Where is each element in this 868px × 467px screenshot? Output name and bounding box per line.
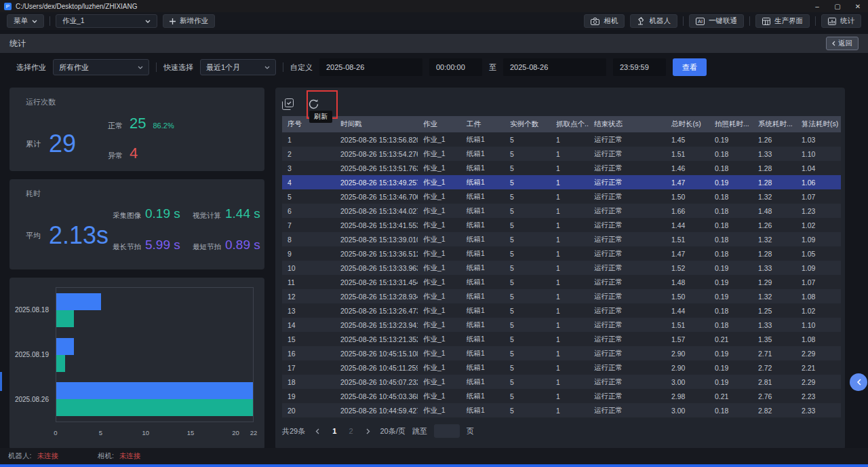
table-row[interactable]: 82025-08-26 15:13:39.010作业_1纸箱151运行正常1.5… <box>282 232 841 246</box>
table-row[interactable]: 112025-08-26 15:13:31.454作业_1纸箱151运行正常1.… <box>282 275 841 289</box>
one-key-connect-button[interactable]: AI 一键联通 <box>689 14 744 28</box>
table-row[interactable]: 12025-08-26 15:13:56.820作业_1纸箱151运行正常1.4… <box>282 132 841 147</box>
table-cell: 纸箱1 <box>461 218 505 232</box>
page-number-1[interactable]: 1 <box>330 427 339 435</box>
close-button[interactable]: ✕ <box>848 0 868 12</box>
table-row[interactable]: 182025-08-26 10:45:07.232作业_1纸箱151运行正常3.… <box>282 375 841 389</box>
table-row[interactable]: 192025-08-26 10:45:03.368作业_1纸箱151运行正常2.… <box>282 389 841 403</box>
table-row[interactable]: 72025-08-26 15:13:41.553作业_1纸箱151运行正常1.4… <box>282 218 841 232</box>
table-row[interactable]: 22025-08-26 15:13:54.276作业_1纸箱151运行正常1.5… <box>282 147 841 161</box>
main-content: 运行次数 累计 29 正常 25 86.2% 异常 4 <box>0 81 868 449</box>
multi-select-icon[interactable] <box>282 98 294 111</box>
refresh-icon[interactable] <box>308 98 320 111</box>
minimize-button[interactable]: – <box>807 0 827 12</box>
table-cell: 5 <box>505 175 551 189</box>
table-cell: 1.51 <box>666 147 709 161</box>
table-cell: 2025-08-26 10:45:15.108 <box>335 346 418 360</box>
table-cell: 1.06 <box>796 175 841 189</box>
table-cell: 1 <box>551 161 589 175</box>
table-row[interactable]: 162025-08-26 10:45:15.108作业_1纸箱151运行正常2.… <box>282 346 841 360</box>
table-cell: 4 <box>282 175 335 189</box>
production-view-button[interactable]: 生产界面 <box>755 14 810 28</box>
table-row[interactable]: 62025-08-26 15:13:44.027作业_1纸箱151运行正常1.6… <box>282 204 841 218</box>
table-row[interactable]: 132025-08-26 15:13:26.473作业_1纸箱151运行正常1.… <box>282 303 841 318</box>
capture-value: 0.19 s <box>145 206 180 221</box>
table-row[interactable]: 92025-08-26 15:13:36.512作业_1纸箱151运行正常1.4… <box>282 246 841 261</box>
table-row[interactable]: 142025-08-26 15:13:23.941作业_1纸箱151运行正常1.… <box>282 318 841 332</box>
end-time-input[interactable] <box>613 58 666 76</box>
table-cell: 2025-08-26 15:13:33.963 <box>335 261 418 275</box>
total-label: 累计 <box>26 139 41 149</box>
jump-page-input[interactable] <box>434 424 460 438</box>
job-filter-select[interactable]: 所有作业 <box>53 59 149 75</box>
window-title: C:/Users/dex/Desktop/luzhen/ZHIXIANG <box>16 3 138 10</box>
table-cell: 2.29 <box>796 375 841 389</box>
view-button[interactable]: 查看 <box>673 58 707 76</box>
table-cell: 2025-08-26 10:45:11.259 <box>335 360 418 375</box>
add-job-button[interactable]: 新增作业 <box>163 14 215 28</box>
table-cell: 纸箱1 <box>461 389 505 403</box>
quick-select[interactable]: 最近1个月 <box>200 59 276 75</box>
table-row[interactable]: 172025-08-26 10:45:11.259作业_1纸箱151运行正常2.… <box>282 360 841 375</box>
drawer-toggle-button[interactable] <box>850 373 867 391</box>
table-cell: 5 <box>505 346 551 360</box>
menu-dropdown[interactable]: 菜单 <box>7 14 44 28</box>
table-cell: 1.51 <box>666 232 709 246</box>
table-row[interactable]: 102025-08-26 15:13:33.963作业_1纸箱151运行正常1.… <box>282 261 841 275</box>
table-cell: 2.82 <box>753 403 796 417</box>
chart-bar-group <box>56 377 253 422</box>
robot-button[interactable]: 机器人 <box>630 14 677 28</box>
table-cell: 纸箱1 <box>461 132 505 147</box>
production-view-label: 生产界面 <box>774 16 803 26</box>
table-cell: 14 <box>282 318 335 332</box>
table-row[interactable]: 52025-08-26 15:13:46.706作业_1纸箱151运行正常1.5… <box>282 189 841 204</box>
job-select[interactable]: 作业_1 <box>56 14 157 28</box>
normal-label: 正常 <box>108 121 123 131</box>
column-header: 作业 <box>418 116 461 132</box>
table-row[interactable]: 152025-08-26 15:13:21.352作业_1纸箱151运行正常1.… <box>282 332 841 346</box>
table-cell: 2025-08-26 15:13:51.763 <box>335 161 418 175</box>
page-number-2[interactable]: 2 <box>346 427 355 435</box>
table-cell: 5 <box>505 403 551 417</box>
run-count-title: 运行次数 <box>9 88 264 107</box>
table-cell: 作业_1 <box>418 346 461 360</box>
back-button[interactable]: 返回 <box>826 37 859 50</box>
table-cell: 运行正常 <box>589 189 666 204</box>
table-cell: 2.29 <box>796 346 841 360</box>
table-cell: 0.18 <box>709 204 753 218</box>
divider <box>815 16 816 26</box>
table-cell: 1.08 <box>796 289 841 303</box>
left-edge-indicator <box>0 372 2 391</box>
table-cell: 17 <box>282 360 335 375</box>
table-row[interactable]: 202025-08-26 10:44:59.427作业_1纸箱151运行正常3.… <box>282 403 841 417</box>
table-cell: 1.04 <box>796 161 841 175</box>
table-row[interactable]: 32025-08-26 15:13:51.763作业_1纸箱151运行正常1.4… <box>282 161 841 175</box>
table-cell: 1 <box>551 189 589 204</box>
table-cell: 作业_1 <box>418 360 461 375</box>
column-header: 时间戳 <box>335 116 418 132</box>
table-cell: 运行正常 <box>589 303 666 318</box>
start-time-input[interactable] <box>429 58 482 76</box>
start-date-input[interactable] <box>319 58 422 76</box>
table-cell: 8 <box>282 232 335 246</box>
table-cell: 1.32 <box>753 189 796 204</box>
end-date-input[interactable] <box>503 58 606 76</box>
bar-chart-icon <box>828 18 836 25</box>
chart-bar-group <box>56 288 253 333</box>
camera-button[interactable]: 相机 <box>584 14 625 28</box>
table-cell: 作业_1 <box>418 403 461 417</box>
add-job-label: 新增作业 <box>180 16 208 26</box>
table-cell: 0.18 <box>709 303 753 318</box>
table-cell: 纸箱1 <box>461 289 505 303</box>
next-page-button[interactable] <box>363 426 374 436</box>
custom-range-label: 自定义 <box>290 62 313 73</box>
table-row[interactable]: 122025-08-26 15:13:28.934作业_1纸箱151运行正常1.… <box>282 289 841 303</box>
table-cell: 1.47 <box>666 246 709 261</box>
maximize-button[interactable]: ▢ <box>827 0 848 12</box>
table-cell: 运行正常 <box>589 175 666 189</box>
table-row[interactable]: 42025-08-26 15:13:49.257作业_1纸箱151运行正常1.4… <box>282 175 841 189</box>
table-cell: 13 <box>282 303 335 318</box>
stats-button[interactable]: 统计 <box>821 14 861 28</box>
prev-page-button[interactable] <box>312 426 323 436</box>
total-value: 29 <box>49 130 76 158</box>
